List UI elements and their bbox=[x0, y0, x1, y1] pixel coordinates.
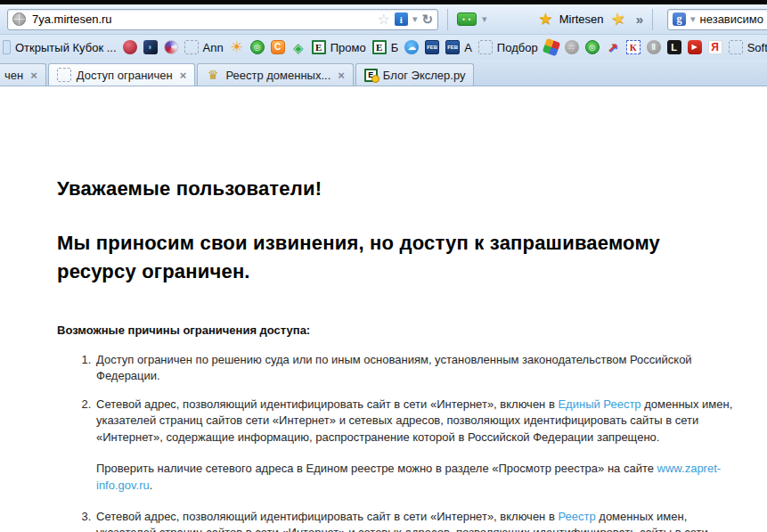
missing-favicon-icon bbox=[478, 40, 493, 54]
bookmark-item[interactable]: EБ bbox=[372, 40, 399, 54]
google-search-engine-icon[interactable] bbox=[673, 12, 686, 26]
imacros-extension-icon[interactable] bbox=[395, 12, 408, 26]
bookmark-item[interactable]: Soft bbox=[729, 40, 767, 54]
mirtesen-button[interactable]: Mirtesen bbox=[559, 12, 604, 26]
bookmark-item[interactable]: ↗ bbox=[606, 40, 620, 54]
feb-flag-icon: FEB bbox=[445, 40, 460, 54]
cut-favicon-icon bbox=[3, 40, 11, 54]
toolbar-separator bbox=[652, 9, 653, 30]
green-power-icon: ◎ bbox=[250, 40, 265, 54]
chat-bubble-icon: ◗ bbox=[143, 40, 158, 54]
green-arrows-icon: ◈ bbox=[291, 40, 306, 54]
inline-link[interactable]: Единый Реестр bbox=[558, 397, 641, 411]
orange-app-icon: C bbox=[271, 40, 285, 54]
bookmark-item[interactable]: C bbox=[271, 40, 285, 54]
tab-close-icon[interactable]: × bbox=[180, 70, 187, 81]
reason-item: Сетевой адрес, позволяющий идентифициров… bbox=[94, 397, 737, 494]
tab-title: Реестр доменных... bbox=[225, 69, 330, 82]
url-text[interactable]: 7ya.mirtesen.ru bbox=[32, 12, 373, 26]
text-segment: Доступ ограничен по решению суда или по … bbox=[96, 353, 692, 382]
bookmark-item[interactable]: К bbox=[626, 40, 641, 54]
tab-4[interactable]: EБлог Экслер.ру bbox=[355, 63, 475, 86]
bookmark-label: Промо bbox=[330, 41, 366, 54]
greeting-heading: Уважаемые пользователи! bbox=[57, 177, 737, 201]
bookmark-item[interactable]: Открытый Кубок ... bbox=[6, 40, 117, 54]
search-box[interactable]: независимо bbox=[667, 9, 767, 30]
bookmark-item[interactable]: FEBА bbox=[445, 40, 472, 54]
bookmark-item[interactable]: L bbox=[667, 40, 681, 54]
text-segment: . bbox=[150, 479, 153, 492]
mirtesen-star-icon[interactable] bbox=[539, 11, 553, 28]
tab-1[interactable]: чен× bbox=[0, 63, 46, 86]
mirtesen-sparkle-star-icon[interactable] bbox=[611, 11, 625, 28]
e-badge-icon: E bbox=[372, 40, 387, 54]
k-letter-icon: К bbox=[626, 40, 641, 54]
site-identity-globe-icon[interactable] bbox=[12, 12, 26, 26]
missing-favicon-icon bbox=[729, 40, 743, 54]
tab-close-icon[interactable]: × bbox=[338, 70, 345, 81]
address-bar[interactable]: 7ya.mirtesen.ru bbox=[7, 9, 438, 30]
bookmark-item[interactable]: Подбор bbox=[478, 40, 538, 54]
line-chart-icon: ↗ bbox=[606, 40, 620, 54]
bookmark-label: Б bbox=[391, 41, 399, 54]
reload-icon[interactable] bbox=[421, 12, 433, 26]
film-reel-icon: ∷ bbox=[565, 40, 579, 54]
reason-item: Доступ ограничен по решению суда или по … bbox=[94, 352, 737, 385]
bookmark-star-icon[interactable] bbox=[378, 12, 390, 27]
bookmark-item[interactable]: ‖ bbox=[647, 40, 661, 54]
bookmark-item[interactable] bbox=[164, 40, 178, 54]
bookmark-item[interactable]: ◎ bbox=[250, 40, 265, 54]
bookmark-item[interactable]: ◎ bbox=[585, 40, 600, 54]
exler-e-icon: E bbox=[364, 69, 378, 82]
tab-2[interactable]: Доступ ограничен× bbox=[48, 63, 196, 86]
bookmark-item[interactable]: ▶ bbox=[688, 40, 702, 54]
pause-icon: ‖ bbox=[647, 40, 661, 54]
roboform-icon[interactable] bbox=[457, 12, 477, 26]
red-orb-icon bbox=[123, 40, 137, 54]
bookmark-item[interactable]: Ann bbox=[184, 40, 224, 54]
missing-favicon-icon bbox=[184, 40, 199, 54]
green-power-icon: ◎ bbox=[585, 40, 600, 54]
text-segment: Сетевой адрес, позволяющий идентифициров… bbox=[96, 510, 558, 523]
bookmark-item[interactable]: Я bbox=[708, 40, 722, 54]
bookmark-item[interactable]: ☁ bbox=[404, 40, 419, 54]
bookmark-item[interactable] bbox=[123, 40, 137, 54]
text-segment: Сетевой адрес, позволяющий идентифициров… bbox=[96, 397, 558, 411]
search-engine-caret-icon[interactable] bbox=[690, 14, 696, 24]
bookmark-item[interactable]: ☀ bbox=[230, 40, 244, 54]
browser-window: 7ya.mirtesen.ru Mirtesen независимо Откр… bbox=[0, 0, 767, 532]
cloud-icon: ☁ bbox=[404, 40, 419, 54]
reasons-heading: Возможные причины ограничения доступа: bbox=[57, 323, 737, 337]
bookmark-item[interactable]: ◗ bbox=[143, 40, 158, 54]
feb-flag-icon: FEB bbox=[425, 40, 439, 54]
tab-title: Доступ ограничен bbox=[77, 69, 173, 82]
bookmark-label: Ann bbox=[203, 41, 224, 54]
e-badge-icon: E bbox=[312, 40, 326, 54]
inline-link[interactable]: Реестр bbox=[558, 510, 595, 523]
bookmarks-toolbar: Открытый Кубок ...◗Ann☀◎C◈EПромоEБ☁FEBFE… bbox=[0, 35, 767, 60]
bookmark-item[interactable]: ∷ bbox=[565, 40, 579, 54]
tab-close-icon[interactable]: × bbox=[30, 70, 37, 81]
bookmark-item[interactable]: EПромо bbox=[312, 40, 366, 54]
text-segment: Проверить наличие сетевого адреса в Един… bbox=[96, 462, 657, 475]
navigation-toolbar: 7ya.mirtesen.ru Mirtesen независимо bbox=[0, 4, 767, 35]
page-content: Уважаемые пользователи! Мы приносим свои… bbox=[0, 86, 767, 532]
toolbar-separator bbox=[447, 9, 448, 30]
overflow-chevron-icon[interactable] bbox=[636, 12, 643, 28]
bookmark-label: А bbox=[464, 41, 472, 54]
yandex-icon: Я bbox=[708, 40, 722, 54]
bookmark-item[interactable] bbox=[544, 40, 559, 54]
bookmark-label: Открытый Кубок ... bbox=[15, 41, 117, 54]
roboform-caret-icon[interactable] bbox=[482, 14, 487, 24]
bookmark-label: Подбор bbox=[497, 41, 538, 54]
address-dropdown-caret-icon[interactable] bbox=[412, 14, 418, 24]
tab-3[interactable]: ♛Реестр доменных...× bbox=[197, 63, 353, 86]
bookmark-item[interactable]: ◈ bbox=[291, 40, 306, 54]
bookmark-item[interactable]: FEB bbox=[425, 40, 439, 54]
reasons-list: Доступ ограничен по решению суда или по … bbox=[57, 352, 737, 532]
bookmark-label: Soft bbox=[747, 41, 767, 54]
missing-favicon-icon bbox=[57, 68, 71, 82]
tab-bar: чен×Доступ ограничен×♛Реестр доменных...… bbox=[0, 60, 767, 86]
search-query[interactable]: независимо bbox=[700, 12, 763, 26]
tab-title: Блог Экслер.ру bbox=[383, 69, 466, 82]
